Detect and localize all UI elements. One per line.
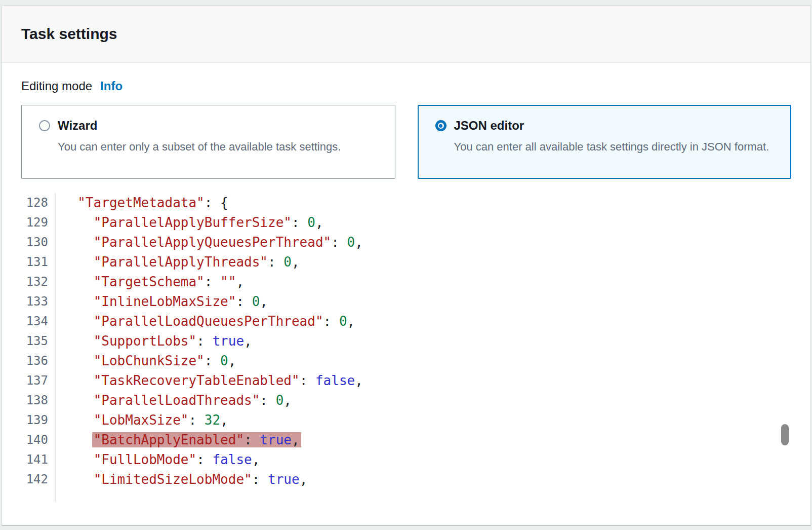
code-line-tail — [21, 489, 791, 502]
code-text: "TargetSchema": "", — [56, 272, 244, 292]
code-token: "ParallelApplyQueuesPerThread": 0, — [94, 235, 363, 250]
key-value-separator: : — [300, 373, 315, 388]
line-number-empty — [21, 489, 56, 502]
key-value-separator: : — [252, 472, 268, 487]
line-number: 129 — [21, 213, 56, 233]
code-line[interactable]: 137 "TaskRecoveryTableEnabled": false, — [21, 371, 791, 391]
trailing-comma: , — [244, 333, 252, 349]
code-line[interactable]: 136 "LobChunkSize": 0, — [21, 351, 791, 371]
key-value-separator: : — [236, 294, 252, 309]
code-token: "LobChunkSize": 0, — [94, 353, 236, 368]
code-text: "InlineLobMaxSize": 0, — [56, 292, 268, 312]
json-value: "" — [220, 274, 236, 289]
json-key: "TaskRecoveryTableEnabled" — [94, 373, 300, 388]
line-number: 137 — [21, 371, 56, 391]
vertical-scrollbar-thumb[interactable] — [781, 424, 789, 445]
code-line[interactable]: 128 "TargetMetadata": { — [21, 193, 791, 213]
json-value: { — [220, 195, 228, 210]
code-line[interactable]: 139 "LobMaxSize": 32, — [21, 410, 791, 430]
line-number: 128 — [21, 193, 56, 213]
key-value-separator: : — [323, 314, 339, 329]
editing-mode-options: Wizard You can enter only a subset of th… — [21, 105, 791, 179]
key-value-separator: : — [268, 254, 283, 270]
panel-header: Task settings — [2, 6, 810, 63]
code-text: "ParallelLoadQueuesPerThread": 0, — [56, 312, 355, 331]
json-key: "ParallelLoadQueuesPerThread" — [94, 314, 323, 329]
code-token: "ParallelApplyBufferSize": 0, — [94, 215, 323, 230]
code-token: "TargetSchema": "", — [94, 274, 244, 289]
code-text: "LobChunkSize": 0, — [56, 351, 236, 371]
json-key: "LobChunkSize" — [94, 353, 205, 368]
trailing-comma: , — [283, 393, 292, 408]
code-line[interactable]: 135 "SupportLobs": true, — [21, 331, 791, 351]
trailing-comma: , — [315, 215, 323, 230]
code-token: "FullLobMode": false, — [94, 452, 260, 467]
code-token: "SupportLobs": true, — [94, 333, 252, 349]
json-value: true — [260, 432, 292, 447]
json-value: 0 — [339, 314, 347, 329]
line-number: 139 — [21, 410, 56, 430]
trailing-comma: , — [355, 235, 363, 250]
task-settings-panel: Task settings Editing mode Info Wizard Y… — [2, 5, 811, 526]
code-token: "InlineLobMaxSize": 0, — [94, 294, 268, 309]
code-text: "LimitedSizeLobMode": true, — [56, 470, 307, 489]
line-number: 133 — [21, 292, 56, 312]
code-text: "ParallelApplyThreads": 0, — [56, 252, 300, 272]
key-value-separator: : — [196, 452, 212, 467]
code-token: "LimitedSizeLobMode": true, — [94, 472, 308, 487]
code-line[interactable]: 132 "TargetSchema": "", — [21, 272, 791, 292]
json-key: "LimitedSizeLobMode" — [94, 472, 252, 487]
code-line[interactable]: 138 "ParallelLoadThreads": 0, — [21, 391, 791, 410]
json-value: 0 — [252, 294, 260, 309]
line-number: 135 — [21, 331, 56, 351]
code-text: "FullLobMode": false, — [56, 450, 260, 470]
json-value: true — [212, 333, 244, 349]
key-value-separator: : — [260, 393, 275, 408]
json-editor-option-card[interactable]: JSON editor You can enter all available … — [418, 105, 792, 179]
code-line[interactable]: 130 "ParallelApplyQueuesPerThread": 0, — [21, 233, 791, 252]
code-text: "ParallelLoadThreads": 0, — [56, 391, 292, 410]
code-editor[interactable]: 128 "TargetMetadata": {129 "ParallelAppl… — [21, 193, 791, 502]
code-line[interactable]: 141 "FullLobMode": false, — [21, 450, 791, 470]
code-line[interactable]: 134 "ParallelLoadQueuesPerThread": 0, — [21, 312, 791, 331]
line-number: 142 — [21, 470, 56, 489]
code-token: "ParallelLoadQueuesPerThread": 0, — [94, 314, 355, 329]
code-token: "ParallelApplyThreads": 0, — [94, 254, 300, 270]
json-key: "ParallelApplyThreads" — [94, 254, 268, 270]
json-value: 32 — [205, 412, 220, 428]
json-key: "LobMaxSize" — [94, 412, 189, 428]
json-value: 0 — [276, 393, 284, 408]
code-line[interactable]: 140 "BatchApplyEnabled": true, — [21, 430, 791, 450]
code-line[interactable]: 142 "LimitedSizeLobMode": true, — [21, 470, 791, 489]
info-link[interactable]: Info — [100, 79, 123, 93]
key-value-separator: : — [205, 353, 220, 368]
json-editor-radio-button[interactable] — [435, 120, 446, 131]
code-text: "BatchApplyEnabled": true, — [56, 430, 300, 450]
editing-mode-row: Editing mode Info — [21, 79, 791, 93]
line-number: 140 — [21, 430, 56, 450]
code-token: "TaskRecoveryTableEnabled": false, — [94, 373, 363, 388]
wizard-radio-button[interactable] — [39, 120, 50, 131]
json-value: 0 — [283, 254, 292, 270]
json-key: "InlineLobMaxSize" — [94, 294, 236, 309]
trailing-comma: , — [292, 254, 300, 270]
trailing-comma: , — [292, 432, 300, 447]
code-line[interactable]: 129 "ParallelApplyBufferSize": 0, — [21, 213, 791, 233]
code-text: "SupportLobs": true, — [56, 331, 252, 351]
highlighted-code-token: "BatchApplyEnabled": true, — [94, 432, 300, 447]
trailing-comma: , — [300, 472, 308, 487]
code-text: "LobMaxSize": 32, — [56, 410, 228, 430]
panel-content: Editing mode Info Wizard You can enter o… — [2, 63, 810, 520]
json-editor-option-title: JSON editor — [454, 119, 524, 133]
trailing-comma: , — [236, 274, 244, 289]
line-number: 134 — [21, 312, 56, 331]
json-value: 0 — [220, 353, 228, 368]
code-line[interactable]: 133 "InlineLobMaxSize": 0, — [21, 292, 791, 312]
trailing-comma: , — [260, 294, 268, 309]
line-number: 138 — [21, 391, 56, 410]
json-editor-option-head: JSON editor — [435, 119, 776, 133]
wizard-option-card[interactable]: Wizard You can enter only a subset of th… — [21, 105, 395, 179]
key-value-separator: : — [188, 412, 204, 428]
json-key: "SupportLobs" — [94, 333, 197, 349]
code-line[interactable]: 131 "ParallelApplyThreads": 0, — [21, 252, 791, 272]
